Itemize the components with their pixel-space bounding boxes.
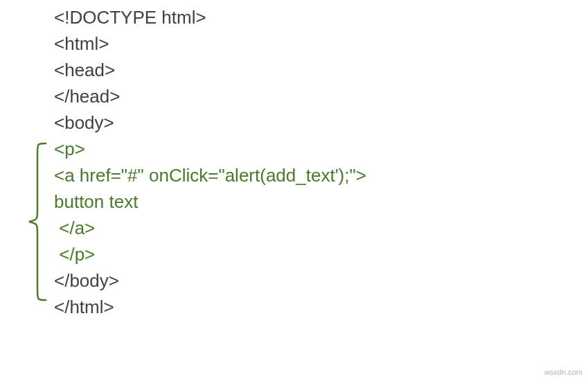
code-block: <!DOCTYPE html> <html> <head> </head> <b… [0,0,588,320]
code-line: </head> [54,83,588,109]
code-line: <!DOCTYPE html> [54,4,588,30]
code-line-highlight: button text [54,188,588,215]
code-line-highlight: </a> [54,215,588,241]
code-line: <body> [54,109,588,136]
watermark: wsxdn.com [544,368,582,376]
code-line: <head> [54,57,588,83]
code-line-highlight: <p> [54,136,588,162]
code-line: </body> [54,267,588,294]
code-line: </html> [54,294,588,320]
code-line: <html> [54,30,588,57]
code-line-highlight: </p> [54,241,588,267]
code-line-highlight: <a href="#" onClick="alert(add_text');"> [54,162,588,188]
brace-icon [26,142,47,301]
